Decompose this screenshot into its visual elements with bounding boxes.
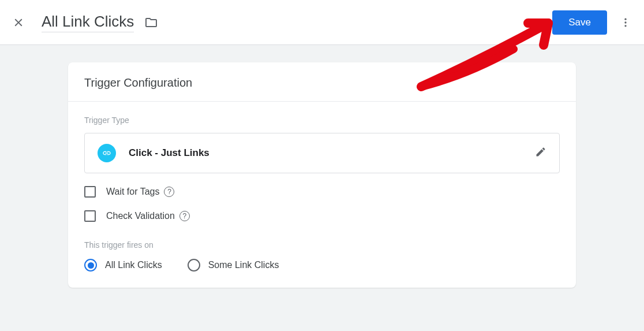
title-wrap: All Link Clicks <box>42 13 552 32</box>
trigger-type-value: Click - Just Links <box>129 147 535 159</box>
link-icon <box>98 144 116 162</box>
trigger-type-label: Trigger Type <box>84 116 560 125</box>
svg-point-0 <box>624 18 626 20</box>
fires-on-label: This trigger fires on <box>84 240 560 250</box>
close-icon[interactable] <box>12 16 25 29</box>
folder-icon[interactable] <box>144 16 158 29</box>
header-bar: All Link Clicks Save <box>0 0 644 45</box>
radio-some-link-clicks[interactable]: Some Link Clicks <box>188 259 279 272</box>
content-area: Trigger Configuration Trigger Type Click… <box>0 45 644 305</box>
edit-icon[interactable] <box>535 146 546 160</box>
radio-all-link-clicks[interactable]: All Link Clicks <box>84 259 162 272</box>
radio-all-label: All Link Clicks <box>105 260 162 270</box>
fires-on-section: This trigger fires on All Link Clicks So… <box>84 240 560 272</box>
check-validation-label: Check Validation <box>106 211 175 221</box>
help-icon[interactable]: ? <box>164 187 174 197</box>
trigger-title[interactable]: All Link Clicks <box>42 13 134 32</box>
wait-for-tags-row: Wait for Tags ? <box>84 186 560 198</box>
wait-for-tags-checkbox[interactable] <box>84 186 96 198</box>
check-validation-row: Check Validation ? <box>84 210 560 222</box>
radio-group: All Link Clicks Some Link Clicks <box>84 259 560 272</box>
svg-point-1 <box>624 21 626 23</box>
wait-for-tags-label: Wait for Tags <box>106 187 159 197</box>
card-body: Trigger Type Click - Just Links Wait for… <box>68 102 576 288</box>
card-title: Trigger Configuration <box>68 62 576 102</box>
help-icon[interactable]: ? <box>179 211 190 221</box>
radio-selected-icon <box>84 259 97 272</box>
svg-point-2 <box>624 25 626 27</box>
check-validation-checkbox[interactable] <box>84 210 96 222</box>
radio-unselected-icon <box>188 259 200 272</box>
radio-some-label: Some Link Clicks <box>208 260 279 270</box>
trigger-type-selector[interactable]: Click - Just Links <box>84 133 560 173</box>
trigger-config-card: Trigger Configuration Trigger Type Click… <box>68 62 576 288</box>
more-menu-icon[interactable] <box>619 16 632 29</box>
save-button[interactable]: Save <box>552 10 607 35</box>
